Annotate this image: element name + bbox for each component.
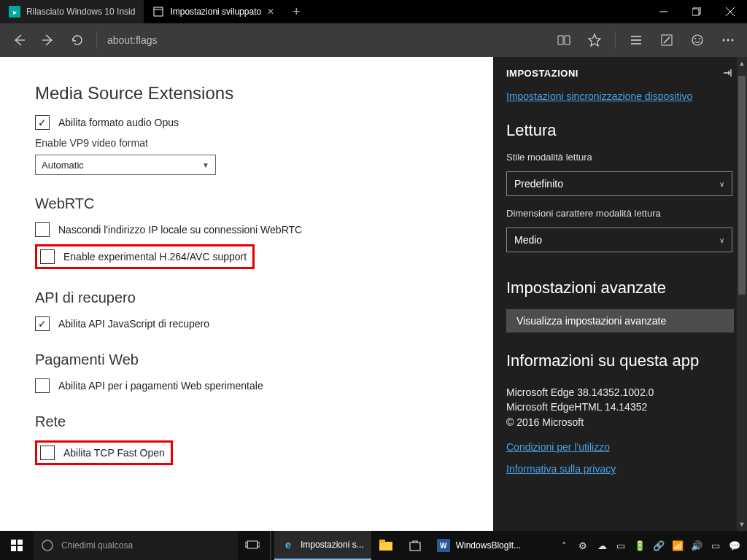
privacy-link[interactable]: Informativa sulla privacy	[506, 463, 734, 475]
section-net: Rete	[35, 413, 458, 430]
label-vp9: Enable VP9 video format	[35, 137, 458, 149]
checkbox-opus[interactable]	[35, 115, 50, 130]
titlebar: ▸ Rilasciato Windows 10 Insid Impostazio…	[0, 0, 747, 23]
refresh-button[interactable]	[63, 26, 92, 55]
scroll-up-icon[interactable]: ▲	[737, 60, 747, 67]
tray-settings-icon[interactable]: ⚙	[575, 540, 591, 551]
checkbox-fetch-api[interactable]	[35, 316, 50, 331]
svg-point-17	[727, 39, 729, 42]
reading-size-label: Dimensioni carattere modalità lettura	[506, 208, 734, 219]
taskbar: Chiedimi qualcosa e Impostazioni s... W …	[0, 531, 747, 560]
start-button[interactable]	[0, 540, 34, 551]
toolbar: about:flags	[0, 23, 747, 57]
hub-icon[interactable]	[622, 26, 651, 55]
svg-rect-4	[692, 9, 699, 15]
word-icon: W	[437, 539, 450, 552]
reading-style-value: Predefinito	[514, 178, 563, 190]
svg-point-15	[699, 38, 700, 39]
taskbar-app-word[interactable]: W WindowsBlogIt...	[430, 531, 528, 560]
checkbox-payments[interactable]	[35, 378, 50, 393]
minimize-button[interactable]	[646, 0, 680, 23]
svg-rect-26	[258, 542, 260, 547]
tab-rilasciato[interactable]: ▸ Rilasciato Windows 10 Insid	[0, 0, 144, 23]
tray-network-icon[interactable]: 📶	[670, 540, 686, 551]
svg-rect-28	[379, 540, 385, 543]
section-mse: Media Source Extensions	[35, 83, 458, 104]
svg-point-14	[694, 38, 696, 39]
label-payments: Abilita API per i pagamenti Web sperimen…	[58, 380, 263, 392]
address-bar[interactable]: about:flags	[101, 34, 549, 46]
taskbar-app-label: Impostazioni s...	[301, 540, 364, 550]
reading-heading: Lettura	[506, 121, 734, 140]
settings-favicon	[152, 6, 164, 18]
checkbox-webrtc-h264[interactable]	[40, 249, 55, 264]
taskbar-app-label: WindowsBlogIt...	[456, 540, 521, 551]
about-info: Microsoft Edge 38.14352.1002.0 Microsoft…	[506, 385, 734, 429]
label-webrtc-hideip: Nascondi l'indirizzo IP locale su connes…	[58, 224, 302, 236]
store-icon[interactable]	[400, 531, 430, 560]
label-webrtc-h264: Enable experimental H.264/AVC support	[63, 251, 247, 262]
checkbox-webrtc-hideip[interactable]	[35, 222, 50, 237]
system-tray: ˄ ⚙ ☁ ▭ 🔋 🔗 📶 🔊 ▭ 💬	[556, 540, 747, 551]
close-tab-icon[interactable]: ✕	[267, 7, 274, 17]
pane-title: IMPOSTAZIONI	[506, 68, 578, 79]
svg-point-23	[42, 540, 53, 551]
tray-volume-icon[interactable]: 🔊	[689, 540, 705, 551]
favorite-star-icon[interactable]	[580, 26, 609, 55]
reading-size-select[interactable]: Medio ∨	[506, 228, 732, 252]
tray-chevron-icon[interactable]: ˄	[556, 540, 572, 551]
close-window-button[interactable]	[713, 0, 747, 23]
site-favicon: ▸	[9, 6, 20, 18]
pane-scrollbar[interactable]: ▲ ▼	[737, 57, 747, 531]
pin-icon[interactable]	[722, 67, 734, 79]
section-webrtc: WebRTC	[35, 195, 458, 212]
highlight-tcpfast: Abilita TCP Fast Open	[35, 440, 173, 465]
svg-rect-19	[11, 540, 16, 545]
tray-onedrive-icon[interactable]: ☁	[594, 540, 610, 551]
back-button[interactable]	[4, 26, 34, 55]
section-pay: Pagamenti Web	[35, 351, 458, 368]
about-line3: © 2016 Microsoft	[506, 415, 734, 429]
reading-view-icon[interactable]	[549, 26, 578, 55]
checkbox-tcp-fast[interactable]	[40, 446, 55, 460]
taskbar-app-edge[interactable]: e Impostazioni s...	[274, 531, 371, 560]
webnote-icon[interactable]	[652, 26, 681, 55]
reading-style-label: Stile modalità lettura	[506, 152, 734, 163]
svg-rect-0	[154, 7, 163, 16]
svg-rect-20	[18, 540, 23, 545]
tray-defender-icon[interactable]: ▭	[613, 540, 629, 551]
svg-rect-24	[247, 541, 258, 548]
file-explorer-icon[interactable]	[371, 531, 400, 560]
scroll-down-icon[interactable]: ▼	[737, 521, 747, 528]
edge-icon: e	[282, 538, 295, 551]
share-icon[interactable]	[683, 26, 712, 55]
tab-label: Rilasciato Windows 10 Insid	[26, 7, 135, 17]
chevron-down-icon: ∨	[719, 180, 724, 188]
more-icon[interactable]	[713, 26, 743, 55]
reading-size-value: Medio	[514, 234, 542, 246]
tray-battery-icon[interactable]: 🔋	[632, 540, 648, 551]
view-advanced-button[interactable]: Visualizza impostazioni avanzate	[506, 309, 734, 332]
label-opus: Abilita formato audio Opus	[58, 117, 179, 128]
tray-link-icon[interactable]: 🔗	[651, 540, 667, 551]
about-line2: Microsoft EdgeHTML 14.14352	[506, 400, 734, 414]
taskbar-search[interactable]: Chiedimi qualcosa	[34, 531, 238, 560]
reading-style-select[interactable]: Predefinito ∨	[506, 171, 732, 196]
search-placeholder: Chiedimi qualcosa	[61, 540, 133, 551]
tray-notifications-icon[interactable]: 💬	[727, 540, 743, 551]
sync-settings-link[interactable]: Impostazioni sincronizzazione dispositiv…	[506, 90, 734, 102]
task-view-icon[interactable]	[238, 531, 267, 560]
scroll-thumb[interactable]	[738, 76, 746, 295]
tray-language-icon[interactable]: ▭	[708, 540, 724, 551]
tab-impostazioni[interactable]: Impostazioni sviluppato ✕	[144, 0, 283, 23]
select-vp9[interactable]: Automatic ▼	[35, 155, 216, 175]
terms-link[interactable]: Condizioni per l'utilizzo	[506, 441, 734, 453]
maximize-button[interactable]	[680, 0, 713, 23]
new-tab-button[interactable]: +	[283, 0, 309, 23]
advanced-heading: Impostazioni avanzate	[506, 279, 734, 298]
svg-point-13	[692, 35, 703, 45]
svg-rect-25	[245, 542, 247, 547]
forward-button[interactable]	[34, 26, 63, 55]
flags-page: Media Source Extensions Abilita formato …	[0, 57, 493, 531]
toolbar-separator	[615, 31, 616, 49]
